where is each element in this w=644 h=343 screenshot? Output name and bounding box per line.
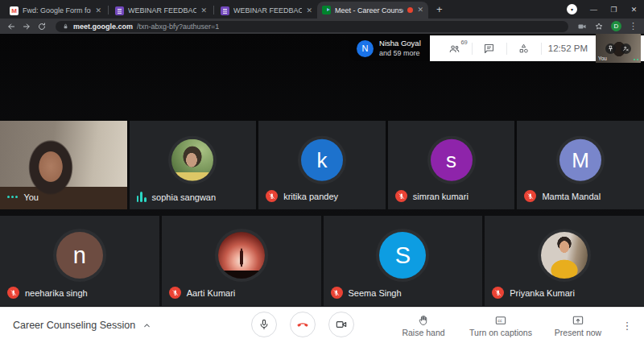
tab-search-icon[interactable]: ▾: [567, 4, 577, 14]
tab-close-icon[interactable]: ✕: [95, 7, 101, 14]
participant-name: simran kumari: [413, 192, 469, 201]
participant-namebar: Priyanka Kumari: [492, 287, 575, 299]
new-tab-button[interactable]: +: [436, 3, 443, 15]
participants-button[interactable]: 69: [438, 35, 472, 61]
tab-close-icon[interactable]: ✕: [200, 7, 207, 14]
self-view-thumbnail[interactable]: You: [596, 34, 641, 63]
participant-tile[interactable]: sophia sangwan: [130, 121, 257, 209]
muted-mic-badge: [395, 190, 407, 202]
mic-button[interactable]: [251, 312, 277, 337]
browser-window: M Fwd: Google Form for School Stu ✕ WEBI…: [0, 0, 644, 343]
more-options-icon[interactable]: ⋮: [617, 320, 638, 332]
url-path: /txn-abxg-bfy?authuser=1: [137, 23, 219, 31]
participant-name: sophia sangwan: [152, 192, 217, 202]
bookmark-star-icon[interactable]: [594, 22, 604, 31]
host-name: Nisha Goyal: [379, 39, 421, 48]
minimize-button[interactable]: —: [584, 6, 604, 14]
pin-button[interactable]: [605, 43, 616, 54]
activities-button[interactable]: [507, 35, 541, 61]
window-controls: ▾ — ❐ ✕: [567, 0, 644, 19]
meet-top-bar: N Nisha Goyal and 59 more 69: [349, 35, 644, 61]
pin-icon: [607, 45, 614, 52]
tab-feedback-form-2[interactable]: WEBINAR FEEDBACK FORM (25/ ✕: [216, 2, 317, 19]
meet-bottom-bar: Career Counseling Session Raise hand cc …: [0, 307, 644, 343]
participant-name: Seema Singh: [349, 288, 402, 298]
participant-row-1: Yousophia sangwankkritika pandeyssimran …: [0, 121, 644, 209]
avatar-photo: [218, 232, 265, 279]
participant-tile[interactable]: MMamta Mandal: [517, 121, 644, 209]
participant-tile[interactable]: kkritika pandey: [258, 121, 386, 209]
participant-tile[interactable]: SSeema Singh: [324, 216, 483, 306]
back-icon[interactable]: [6, 22, 16, 31]
participant-name: Priyanka Kumari: [510, 288, 575, 298]
restore-button[interactable]: ❐: [604, 6, 624, 14]
present-now-button[interactable]: Present now: [539, 314, 617, 337]
tab-meet-active[interactable]: Meet - Career Counseling Se ✕: [317, 2, 428, 19]
participant-name: neeharika singh: [25, 288, 88, 298]
participant-tile[interactable]: nneeharika singh: [0, 216, 159, 306]
tab-strip: M Fwd: Google Form for School Stu ✕ WEBI…: [0, 0, 644, 19]
tab-title: Fwd: Google Form for School Stu: [23, 6, 91, 14]
participants-summary-pill[interactable]: N Nisha Goyal and 59 more: [349, 35, 430, 61]
muted-mic-badge: [169, 287, 181, 299]
participant-namebar: Aarti Kumari: [169, 287, 236, 299]
participant-count: 69: [460, 39, 467, 46]
mic-off-icon: [10, 289, 18, 297]
participant-namebar: Mamta Mandal: [524, 190, 601, 202]
participant-name: Mamta Mandal: [542, 192, 601, 201]
lock-icon: [62, 23, 69, 30]
captions-label: Turn on captions: [469, 328, 532, 337]
self-view-label: You: [598, 56, 607, 61]
captions-button[interactable]: cc Turn on captions: [462, 314, 539, 337]
remove-self-button[interactable]: [621, 43, 631, 54]
raise-hand-button[interactable]: Raise hand: [385, 314, 462, 337]
participant-row-2: nneeharika singhAarti KumariSSeema Singh…: [0, 216, 644, 306]
camera-button[interactable]: [328, 312, 354, 337]
recording-indicator-dot: [407, 7, 413, 13]
muted-mic-badge: [492, 287, 504, 299]
forms-favicon: [221, 6, 229, 15]
mic-off-icon: [332, 289, 341, 297]
chat-icon: [483, 43, 495, 55]
participant-namebar: kritika pandey: [266, 190, 338, 202]
tab-close-icon[interactable]: ✕: [306, 7, 312, 14]
muted-mic-badge: [7, 287, 19, 299]
participant-tile[interactable]: Aarti Kumari: [162, 216, 321, 306]
avatar-letter: S: [379, 232, 426, 279]
participant-namebar: neeharika singh: [7, 287, 88, 299]
end-call-button[interactable]: [290, 312, 316, 337]
participant-name: kritika pandey: [283, 192, 338, 201]
close-window-button[interactable]: ✕: [624, 6, 644, 14]
tab-gmail[interactable]: M Fwd: Google Form for School Stu ✕: [5, 2, 106, 19]
end-call-icon: [296, 318, 309, 331]
browser-toolbar: meet.google.com /txn-abxg-bfy?authuser=1…: [0, 19, 644, 34]
participant-tile[interactable]: Priyanka Kumari: [485, 216, 644, 306]
avatar-letter: k: [301, 139, 343, 181]
meeting-details-toggle[interactable]: Career Counseling Session: [13, 308, 151, 343]
address-bar[interactable]: meet.google.com /txn-abxg-bfy?authuser=1: [56, 21, 568, 32]
tab-feedback-form-1[interactable]: WEBINAR FEEDBACK FORM (25/ ✕: [110, 2, 212, 19]
participant-namebar: sophia sangwan: [137, 192, 217, 202]
host-avatar: N: [357, 40, 374, 57]
participant-tile[interactable]: You: [0, 121, 127, 209]
gmail-favicon: M: [10, 6, 19, 15]
raise-hand-icon: [417, 314, 430, 327]
participant-namebar: Seema Singh: [331, 287, 402, 299]
tab-close-icon[interactable]: ✕: [417, 6, 423, 14]
refresh-icon[interactable]: [37, 22, 47, 31]
present-icon: [572, 314, 584, 327]
self-audio-indicator: [634, 59, 639, 61]
tab-title: WEBINAR FEEDBACK FORM (25/: [233, 6, 302, 14]
avatar-photo: [171, 139, 213, 181]
forward-icon[interactable]: [22, 22, 31, 31]
muted-mic-badge: [524, 190, 536, 202]
avatar-letter: M: [559, 139, 601, 181]
chat-button[interactable]: [473, 35, 506, 61]
participant-tile[interactable]: ssimran kumari: [388, 121, 515, 209]
clock: 12:52 PM: [542, 43, 596, 53]
mic-off-icon: [398, 192, 406, 200]
profile-avatar[interactable]: D: [611, 21, 621, 31]
host-names: Nisha Goyal and 59 more: [379, 39, 421, 57]
browser-menu-icon[interactable]: ⋮: [629, 22, 638, 31]
captions-icon: cc: [494, 314, 507, 327]
